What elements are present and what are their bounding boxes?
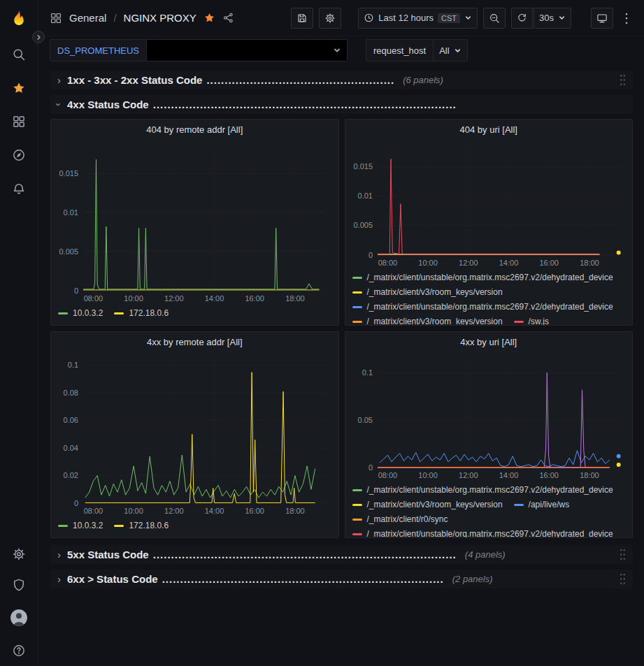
- request-host-value-dropdown[interactable]: All: [434, 39, 467, 61]
- svg-text:0.04: 0.04: [64, 444, 78, 452]
- legend-swatch: [352, 489, 362, 491]
- legend-item[interactable]: /sw.js: [514, 314, 549, 325]
- legend-item[interactable]: 172.18.0.6: [114, 519, 169, 533]
- legend-item[interactable]: /_matrix/client/v3/room_keys/version: [352, 498, 503, 512]
- legend-swatch: [352, 306, 362, 308]
- panel-404-by-remote-addr: 404 by remote addr [All] 08:0010:0012:00…: [50, 119, 339, 326]
- row-title: 4xx Status Code.........................…: [67, 99, 457, 110]
- legend-swatch: [352, 519, 362, 521]
- legend-item[interactable]: /_matrix/client/v3/room_keys/version: [352, 314, 503, 325]
- panel-title[interactable]: 4xx by remote addr [All]: [51, 332, 338, 353]
- row-header-6xx[interactable]: › 6xx > Status Code.....................…: [50, 570, 633, 588]
- svg-text:16:00: 16:00: [539, 259, 559, 267]
- timeseries-chart[interactable]: 08:0010:0012:0014:0016:0018:0000.020.040…: [51, 353, 338, 517]
- chart-svg: 08:0010:0012:0014:0016:0018:0000.0050.01…: [51, 140, 338, 305]
- apps-grid-icon: [50, 12, 62, 24]
- svg-text:18:00: 18:00: [580, 259, 599, 267]
- zoom-out-button[interactable]: [483, 8, 506, 29]
- row-header-4xx[interactable]: › 4xx Status Code.......................…: [50, 95, 633, 114]
- ds-prometheus-value-dropdown[interactable]: [147, 39, 348, 61]
- legend-swatch: [514, 504, 524, 506]
- kebab-menu-button[interactable]: ⋮: [619, 8, 634, 29]
- share-icon[interactable]: [222, 12, 234, 24]
- ds-prometheus-label[interactable]: DS_PROMETHEUS: [50, 39, 147, 61]
- sidebar: [0, 0, 38, 666]
- caret-down-icon: [558, 14, 566, 22]
- dashboard-settings-button[interactable]: [319, 8, 341, 29]
- legend-item[interactable]: 10.0.3.2: [58, 519, 103, 533]
- svg-text:14:00: 14:00: [499, 471, 518, 479]
- sidebar-bottom-nav: [10, 547, 28, 660]
- svg-text:0.05: 0.05: [357, 416, 372, 424]
- legend-item[interactable]: /_matrix/client/unstable/org.matrix.msc2…: [352, 527, 613, 537]
- chevron-right-icon: ›: [57, 75, 61, 85]
- empty-space: [50, 591, 633, 666]
- svg-text:0: 0: [74, 287, 78, 295]
- legend-item[interactable]: /_matrix/client/r0/sync: [352, 512, 448, 527]
- legend-item[interactable]: /api/live/ws: [514, 498, 570, 512]
- row-header-1xx-3xx-2xx[interactable]: › 1xx - 3xx - 2xx Status Code...........…: [50, 71, 633, 89]
- panel-title[interactable]: 4xx by uri [All]: [345, 332, 633, 353]
- sidebar-item-starred[interactable]: [12, 81, 26, 95]
- legend-row: /_matrix/client/unstable/org.matrix.msc2…: [352, 300, 626, 314]
- grafana-logo-icon[interactable]: [6, 7, 31, 32]
- sidebar-item-dashboards[interactable]: [12, 115, 26, 129]
- breadcrumb-title[interactable]: NGINX PROXY: [124, 12, 196, 24]
- legend-swatch: [352, 533, 362, 535]
- svg-text:0.1: 0.1: [68, 361, 78, 369]
- svg-text:16:00: 16:00: [245, 294, 264, 303]
- legend-label: 10.0.3.2: [73, 519, 103, 533]
- sidebar-item-search[interactable]: [12, 48, 26, 61]
- sidebar-item-profile[interactable]: [10, 609, 28, 627]
- row-drag-handle[interactable]: [618, 73, 627, 87]
- panel-title[interactable]: 404 by remote addr [All]: [51, 120, 338, 140]
- zoom-out-icon: [489, 13, 500, 24]
- legend-label: /_matrix/client/unstable/org.matrix.msc2…: [367, 270, 613, 285]
- legend-label: /_matrix/client/v3/room_keys/version: [367, 498, 503, 512]
- legend-item[interactable]: 10.0.3.2: [58, 306, 103, 321]
- breadcrumb-section[interactable]: General: [69, 12, 106, 24]
- sidebar-item-server-admin[interactable]: [12, 578, 26, 592]
- svg-text:0.01: 0.01: [64, 208, 78, 217]
- bell-icon: [12, 182, 26, 196]
- request-host-label[interactable]: request_host: [366, 39, 434, 61]
- time-range-picker[interactable]: Last 12 hours CST: [358, 8, 478, 29]
- timeseries-chart[interactable]: 08:0010:0012:0014:0016:0018:0000.050.1: [345, 353, 633, 482]
- refresh-interval-dropdown[interactable]: 30s: [534, 8, 571, 29]
- save-dashboard-button[interactable]: [291, 8, 313, 29]
- legend-swatch: [58, 312, 68, 314]
- sidebar-item-help[interactable]: [12, 644, 26, 658]
- sidebar-expand-button[interactable]: [32, 31, 45, 43]
- help-icon: [12, 644, 26, 658]
- panel-title[interactable]: 404 by uri [All]: [345, 120, 633, 140]
- chart-svg: 08:0010:0012:0014:0016:0018:0000.020.040…: [51, 353, 338, 517]
- sidebar-item-explore[interactable]: [12, 148, 26, 162]
- legend-item[interactable]: /_matrix/client/unstable/org.matrix.msc2…: [352, 300, 613, 314]
- sidebar-item-configuration[interactable]: [12, 547, 26, 561]
- tv-mode-button[interactable]: [591, 8, 613, 29]
- favorite-star-icon[interactable]: [203, 12, 215, 24]
- row-drag-handle[interactable]: [618, 572, 627, 586]
- chart-svg: 08:0010:0012:0014:0016:0018:0000.0050.01…: [345, 140, 633, 269]
- legend-label: /sw.js: [529, 314, 549, 325]
- timeseries-chart[interactable]: 08:0010:0012:0014:0016:0018:0000.0050.01…: [51, 140, 338, 305]
- row-title: 1xx - 3xx - 2xx Status Code.............…: [67, 74, 394, 86]
- row-drag-handle[interactable]: [618, 547, 627, 562]
- svg-text:10:00: 10:00: [418, 471, 438, 479]
- svg-text:16:00: 16:00: [539, 471, 559, 479]
- legend-item[interactable]: /_matrix/client/v3/room_keys/version: [352, 285, 503, 300]
- chart-svg: 08:0010:0012:0014:0016:0018:0000.050.1: [345, 353, 633, 482]
- legend-item[interactable]: 172.18.0.6: [114, 306, 169, 321]
- sidebar-item-alerting[interactable]: [12, 182, 26, 196]
- legend-label: /_matrix/client/unstable/org.matrix.msc2…: [367, 527, 613, 537]
- row-header-5xx[interactable]: › 5xx Status Code.......................…: [50, 545, 633, 564]
- row-panel-count: (6 panels): [403, 75, 443, 85]
- legend-swatch: [514, 321, 524, 323]
- svg-text:0.005: 0.005: [59, 247, 78, 256]
- svg-text:12:00: 12:00: [164, 507, 184, 515]
- refresh-button[interactable]: [511, 8, 533, 29]
- svg-text:18:00: 18:00: [285, 294, 305, 303]
- legend-item[interactable]: /_matrix/client/unstable/org.matrix.msc2…: [352, 483, 613, 498]
- legend-item[interactable]: /_matrix/client/unstable/org.matrix.msc2…: [352, 270, 613, 285]
- timeseries-chart[interactable]: 08:0010:0012:0014:0016:0018:0000.0050.01…: [345, 140, 633, 269]
